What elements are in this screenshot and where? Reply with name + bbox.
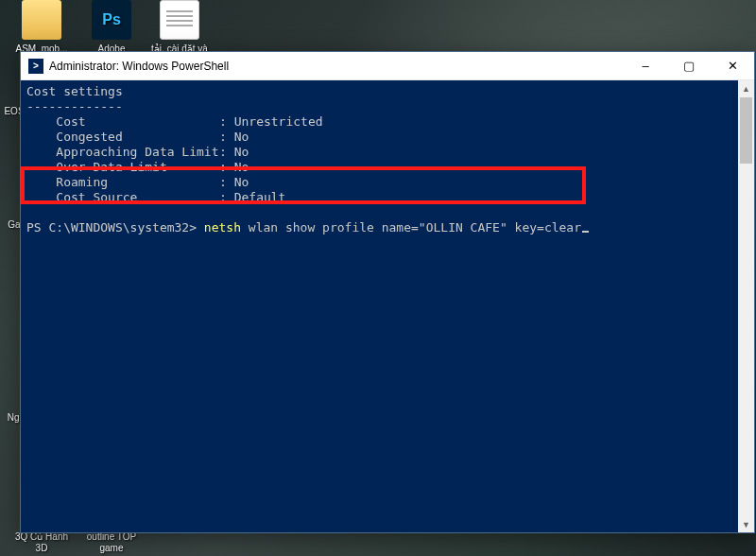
- output-line: Over Data Limit: No: [26, 160, 748, 175]
- scroll-up-icon[interactable]: ▲: [738, 80, 754, 96]
- output-line: Roaming: No: [26, 175, 748, 190]
- output-line: Congested: No: [26, 130, 748, 145]
- output-line: -------------: [26, 99, 748, 114]
- powershell-window: Administrator: Windows PowerShell – ▢ ✕ …: [20, 51, 755, 533]
- scroll-down-icon[interactable]: ▼: [738, 516, 754, 532]
- command-args: wlan show profile name="OLLIN CAFE" key=…: [241, 220, 581, 235]
- vertical-scrollbar[interactable]: ▲ ▼: [738, 80, 754, 532]
- minimize-button[interactable]: –: [624, 52, 667, 80]
- scroll-thumb[interactable]: [740, 97, 752, 164]
- output-line: Cost settings: [26, 84, 748, 99]
- blank-line: [26, 205, 748, 220]
- icon-label: outline TOP game: [81, 531, 142, 554]
- folder-icon: [22, 0, 61, 40]
- output-line: Approaching Data Limit: No: [26, 145, 748, 160]
- output-line: Cost Source: Default: [26, 190, 748, 205]
- output-line: Cost: Unrestricted: [26, 114, 748, 130]
- textfile-icon: [160, 0, 199, 40]
- window-title: Administrator: Windows PowerShell: [49, 60, 229, 73]
- command-keyword: netsh: [204, 220, 241, 235]
- desktop-icon-folder-asm[interactable]: ASM_mob...: [11, 0, 72, 55]
- prompt-line[interactable]: PS C:\WINDOWS\system32> netsh wlan show …: [26, 220, 748, 235]
- maximize-button[interactable]: ▢: [667, 52, 711, 80]
- desktop-icon-adobe[interactable]: Ps Adobe: [81, 0, 142, 55]
- desktop-icon-textfile-tai[interactable]: tải, cài đặt và: [149, 0, 210, 55]
- adobe-ps-icon: Ps: [92, 0, 131, 40]
- titlebar[interactable]: Administrator: Windows PowerShell – ▢ ✕: [21, 52, 754, 80]
- cursor-icon: [582, 231, 589, 233]
- terminal-body[interactable]: Cost settings ------------- Cost: Unrest…: [21, 80, 754, 532]
- icon-label: 3Q Củ Hành 3D: [11, 531, 72, 554]
- close-button[interactable]: ✕: [711, 52, 754, 80]
- prompt-prefix: PS C:\WINDOWS\system32>: [26, 220, 204, 235]
- powershell-icon: [28, 59, 43, 74]
